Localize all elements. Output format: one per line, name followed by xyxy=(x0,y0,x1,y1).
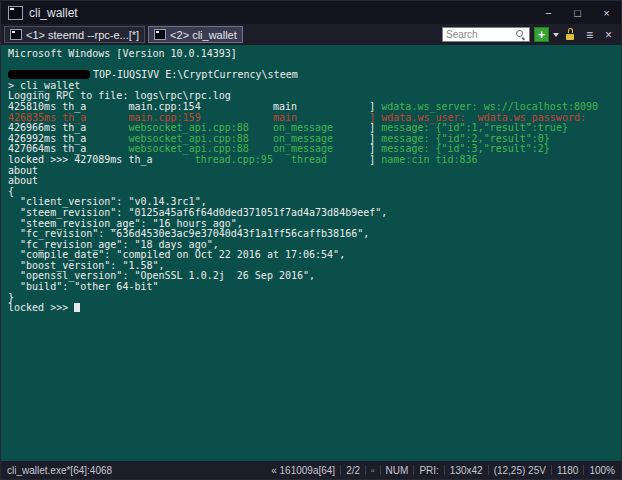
statusbar-separator xyxy=(380,465,381,475)
console-text: "openssl_version": "OpenSSL 1.0.2j 26 Se… xyxy=(8,270,315,281)
console-text: ] xyxy=(369,133,381,144)
console-line: TOP-IUQSIVV E:\CryptCurrency\steem xyxy=(8,70,621,81)
console-text: message: {"id":3,"result":2} xyxy=(381,143,550,154)
console-line: locked >>> xyxy=(8,303,621,314)
console-text: "compile_date": "compiled on Oct 22 2016… xyxy=(8,249,345,260)
status-zoom: 100% xyxy=(589,465,615,476)
console-text: locked >>> xyxy=(8,302,74,313)
console-line: about xyxy=(8,176,621,187)
console-text: "steem_revision": "0125a45af6f64d0ded371… xyxy=(8,207,387,218)
close-button[interactable]: × xyxy=(592,1,621,24)
statusbar-items: « 161009a[64]2/2▫NUMPRI:130x42(12,25) 25… xyxy=(271,465,615,476)
minimize-button[interactable]: − xyxy=(534,1,563,24)
console-text: 426992ms th_a xyxy=(8,133,128,144)
statusbar-separator xyxy=(583,465,584,475)
console-text: ] xyxy=(369,154,381,165)
lock-icon xyxy=(565,28,576,41)
menu-button[interactable]: ≡ xyxy=(582,27,597,42)
console-text: about xyxy=(8,165,38,176)
tab-label: <2> cli_wallet xyxy=(170,29,237,41)
new-console-button[interactable]: + xyxy=(534,27,549,42)
status-console-flag: ▫ xyxy=(371,465,375,476)
statusbar-separator xyxy=(488,465,489,475)
console-text: 426966ms th_a xyxy=(8,122,128,133)
console-text: websocket_api.cpp:88 on_message xyxy=(128,143,369,154)
console-text: 425810ms th_a main.cpp:154 main xyxy=(8,101,369,112)
console-line: "build": "other 64-bit" xyxy=(8,282,621,293)
console-app-icon xyxy=(8,6,23,20)
statusbar-separator xyxy=(444,465,445,475)
tab-label: <1> steemd --rpc-e...[*] xyxy=(26,29,139,41)
redaction-blob xyxy=(8,70,90,79)
titlebar[interactable]: cli_wallet −□× xyxy=(1,1,621,24)
tabbar-controls: + ≡ × xyxy=(442,27,618,42)
status-num-lock: NUM xyxy=(386,465,409,476)
console-text: thread.cpp:95 thread xyxy=(195,154,370,165)
text-cursor xyxy=(74,303,80,312)
console-text: message: {"id":1,"result":true} xyxy=(381,122,568,133)
console-text: "steem_revision_age": "16 hours ago", xyxy=(8,218,243,229)
status-version: « 161009a[64] xyxy=(271,465,335,476)
console-text: "client_version": "v0.14.3rc1", xyxy=(8,196,207,207)
console-text: name:cin tid:836 xyxy=(381,154,477,165)
console-text: } xyxy=(8,292,14,303)
console-text: ] xyxy=(369,143,381,154)
console-line: } xyxy=(8,293,621,304)
console-text: 427064ms th_a xyxy=(8,143,128,154)
console-text: { xyxy=(8,186,14,197)
console-tab-icon xyxy=(10,29,22,40)
tab-strip: <1> steemd --rpc-e...[*]<2> cli_wallet xyxy=(4,26,243,43)
console-text: websocket_api.cpp:88 on_message xyxy=(128,122,369,133)
window-title: cli_wallet xyxy=(29,6,78,20)
console-text: "fc_revision_age": "18 days ago", xyxy=(8,239,219,250)
status-cursor-pos: (12,25) 25V xyxy=(494,465,546,476)
status-bar: cli_wallet.exe*[64]:4068 « 161009a[64]2/… xyxy=(1,461,621,479)
console-line: locked >>> 427089ms th_a thread.cpp:95 t… xyxy=(8,155,621,166)
maximize-button[interactable]: □ xyxy=(563,1,592,24)
new-console-dropdown-icon[interactable] xyxy=(553,33,559,37)
titlebar-buttons: −□× xyxy=(534,1,621,24)
console-output[interactable]: Microsoft Windows [Version 10.0.14393]TO… xyxy=(1,45,621,461)
console-text: wdata.ws_server: ws://localhost:8090 xyxy=(381,101,598,112)
console-text: "boost_version": "1.58", xyxy=(8,260,165,271)
statusbar-separator xyxy=(340,465,341,475)
conemu-window: cli_wallet −□× <1> steemd --rpc-e...[*]<… xyxy=(0,0,622,480)
statusbar-separator xyxy=(551,465,552,475)
search-icon[interactable] xyxy=(516,30,526,40)
console-line: Microsoft Windows [Version 10.0.14393] xyxy=(8,49,621,60)
status-buffer-height: 1180 xyxy=(557,465,579,476)
close-tabbar-button[interactable]: × xyxy=(601,27,616,42)
search-input[interactable] xyxy=(446,29,516,40)
tab-1-steemd[interactable]: <1> steemd --rpc-e...[*] xyxy=(4,26,145,43)
console-text: websocket_api.cpp:88 on_message xyxy=(128,133,369,144)
console-text: locked >>> 427089ms th_a xyxy=(8,154,195,165)
console-text: message: {"id":2,"result":0} xyxy=(381,133,550,144)
status-console-size: 130x42 xyxy=(450,465,483,476)
console-text: TOP-IUQSIVV E:\CryptCurrency\steem xyxy=(93,69,298,80)
tab-2-cli-wallet[interactable]: <2> cli_wallet xyxy=(148,26,243,43)
search-box xyxy=(442,27,530,42)
status-priority: PRI: xyxy=(419,465,438,476)
console-text: 426835ms th_a main.cpp:159 main ] wdata.… xyxy=(8,112,586,123)
statusbar-separator xyxy=(365,465,366,475)
lock-button[interactable] xyxy=(563,27,578,42)
console-text: "build": "other 64-bit" xyxy=(8,281,159,292)
console-text: Microsoft Windows [Version 10.0.14393] xyxy=(8,48,237,59)
status-process: cli_wallet.exe*[64]:4068 xyxy=(7,465,112,476)
console-text: > cli_wallet xyxy=(8,80,80,91)
console-text: Logging RPC to file: logs\rpc\rpc.log xyxy=(8,90,231,101)
tab-bar: <1> steemd --rpc-e...[*]<2> cli_wallet +… xyxy=(1,24,621,45)
statusbar-separator xyxy=(413,465,414,475)
console-text: about xyxy=(8,175,38,186)
console-text: ] xyxy=(369,101,381,112)
console-tab-icon xyxy=(154,29,166,40)
status-tab-index: 2/2 xyxy=(346,465,360,476)
console-line: about xyxy=(8,166,621,177)
console-text: ] xyxy=(369,122,381,133)
console-text: "fc_revision": "636d4530e3ac9e37040d43f1… xyxy=(8,228,369,239)
